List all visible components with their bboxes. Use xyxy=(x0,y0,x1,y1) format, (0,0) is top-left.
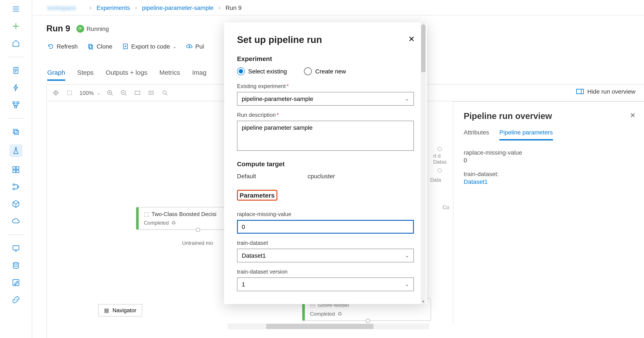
grid-icon[interactable] xyxy=(11,165,20,174)
publish-button[interactable]: Pul xyxy=(186,43,204,50)
select-value: 1 xyxy=(242,281,245,288)
scroll-down-arrow[interactable]: ▾ xyxy=(421,299,426,304)
link-icon[interactable] xyxy=(11,295,20,304)
radio-select-existing[interactable]: Select existing xyxy=(237,68,287,75)
svg-point-24 xyxy=(163,90,166,94)
clipboard-icon[interactable] xyxy=(11,66,20,75)
export-button[interactable]: Export to code⌄ xyxy=(122,43,176,50)
param-train-dataset-version-select[interactable]: 1 ⌄ xyxy=(237,278,414,291)
node-port[interactable] xyxy=(438,168,442,173)
search-icon[interactable] xyxy=(161,89,169,97)
monitor-icon[interactable] xyxy=(11,244,20,253)
clone-button[interactable]: Clone xyxy=(87,43,112,50)
param-replace-missing-input[interactable] xyxy=(237,220,414,234)
module-icon: ⬚ xyxy=(144,211,149,217)
svg-rect-4 xyxy=(13,129,17,133)
chevron-down-icon: ⌄ xyxy=(97,90,100,95)
param-train-dataset-select[interactable]: Dataset1 ⌄ xyxy=(237,249,414,262)
hide-overview-label: Hide run overview xyxy=(587,88,636,95)
node-port[interactable] xyxy=(196,228,200,232)
radio-create-new[interactable]: Create new xyxy=(304,68,346,75)
refresh-label: Refresh xyxy=(57,43,78,50)
hamburger-icon[interactable] xyxy=(11,4,20,14)
actual-size-icon[interactable] xyxy=(148,89,155,97)
node-port[interactable] xyxy=(438,147,442,151)
fit-icon[interactable] xyxy=(134,89,142,97)
param-value-link[interactable]: Dataset1 xyxy=(464,178,634,185)
compute-default-value: cpucluster xyxy=(308,173,335,180)
chevron-down-icon: ⌄ xyxy=(405,281,409,287)
graph-node[interactable]: ⬚Two-Class Boosted Decisi Completed♻ xyxy=(136,207,226,230)
status-text: Running xyxy=(86,25,109,32)
chevron-right-icon: › xyxy=(135,5,137,11)
select-value: Dataset1 xyxy=(242,252,266,259)
breadcrumb-run: Run 9 xyxy=(226,4,242,11)
close-icon[interactable]: ✕ xyxy=(408,34,415,44)
svg-rect-23 xyxy=(149,91,153,94)
tab-attributes[interactable]: Attributes xyxy=(464,129,489,140)
overview-param: train-dataset: Dataset1 xyxy=(464,170,634,185)
breadcrumb-workspace[interactable]: workspace xyxy=(39,4,84,11)
existing-experiment-select[interactable]: pipeline-parameter-sample ⌄ xyxy=(237,92,414,106)
svg-rect-9 xyxy=(16,170,19,173)
node-label-fragment: rt d xyxy=(433,153,441,159)
breadcrumb-experiment[interactable]: pipeline-parameter-sample xyxy=(142,4,214,11)
pipeline-icon[interactable] xyxy=(11,100,20,110)
breadcrumb-experiments[interactable]: Experiments xyxy=(96,4,130,11)
publish-label: Pul xyxy=(195,43,204,50)
pan-icon[interactable] xyxy=(52,89,60,97)
export-label: Export to code xyxy=(131,43,170,50)
navigator-label: Navigator xyxy=(112,307,136,314)
select-icon[interactable] xyxy=(66,89,74,97)
dialog-scrollbar[interactable]: ▴ ▾ xyxy=(421,22,426,304)
tab-images[interactable]: Imag xyxy=(192,69,206,81)
stack-icon[interactable] xyxy=(11,127,20,136)
setup-pipeline-dialog: ▴ ▾ Set up pipeline run ✕ Experiment Sel… xyxy=(224,22,427,304)
svg-rect-2 xyxy=(17,102,19,104)
tab-steps[interactable]: Steps xyxy=(77,69,94,81)
cube-icon[interactable] xyxy=(11,199,20,209)
tab-graph[interactable]: Graph xyxy=(47,69,65,81)
svg-rect-13 xyxy=(13,246,19,250)
flask-icon[interactable] xyxy=(10,144,22,157)
cloud-icon[interactable] xyxy=(11,216,20,226)
horizontal-scrollbar[interactable] xyxy=(228,324,429,330)
svg-rect-17 xyxy=(90,45,92,49)
existing-experiment-label: Existing experiment* xyxy=(237,83,414,89)
tab-pipeline-parameters[interactable]: Pipeline parameters xyxy=(499,129,553,140)
edit-icon[interactable] xyxy=(11,278,20,287)
tab-metrics[interactable]: Metrics xyxy=(159,69,180,81)
refresh-button[interactable]: Refresh xyxy=(47,43,78,50)
node-status: Completed xyxy=(144,220,169,226)
lightning-icon[interactable] xyxy=(11,83,20,92)
content-tabs: Graph Steps Outputs + logs Metrics Imag xyxy=(47,69,206,81)
hide-overview-button[interactable]: Hide run overview xyxy=(576,88,636,95)
database-icon[interactable] xyxy=(11,261,20,270)
title-row: Run 9 ⟳ Running xyxy=(46,24,109,34)
scrollbar-thumb[interactable] xyxy=(421,25,426,72)
node-label-fragment: Co xyxy=(443,204,449,210)
recycle-icon: ♻ xyxy=(171,220,176,226)
zoom-level[interactable]: 100%⌄ xyxy=(80,90,100,96)
clone-label: Clone xyxy=(96,43,112,50)
experiment-radio-group: Select existing Create new xyxy=(237,68,414,75)
svg-rect-7 xyxy=(16,167,19,169)
left-nav xyxy=(0,0,32,338)
tab-outputs[interactable]: Outputs + logs xyxy=(106,69,147,81)
param-train-dataset-version-label: train-dataset version xyxy=(237,268,414,275)
node-port[interactable] xyxy=(366,319,370,323)
run-overview-panel: Pipeline run overview ✕ Attributes Pipel… xyxy=(453,101,644,325)
toolbar: Refresh Clone Export to code⌄ Pul xyxy=(47,43,204,50)
running-icon: ⟳ xyxy=(76,25,84,32)
scrollbar-thumb[interactable] xyxy=(266,324,374,329)
zoom-out-icon[interactable] xyxy=(120,89,128,97)
node-status: Completed xyxy=(310,311,335,317)
plus-icon[interactable] xyxy=(11,22,20,31)
branch-icon[interactable] xyxy=(11,182,20,192)
navigator-button[interactable]: ▦ Navigator xyxy=(98,304,142,316)
zoom-in-icon[interactable] xyxy=(106,89,114,97)
dialog-title: Set up pipeline run xyxy=(237,34,414,46)
close-icon[interactable]: ✕ xyxy=(630,111,636,120)
home-icon[interactable] xyxy=(11,39,20,48)
run-description-input[interactable] xyxy=(237,121,414,151)
